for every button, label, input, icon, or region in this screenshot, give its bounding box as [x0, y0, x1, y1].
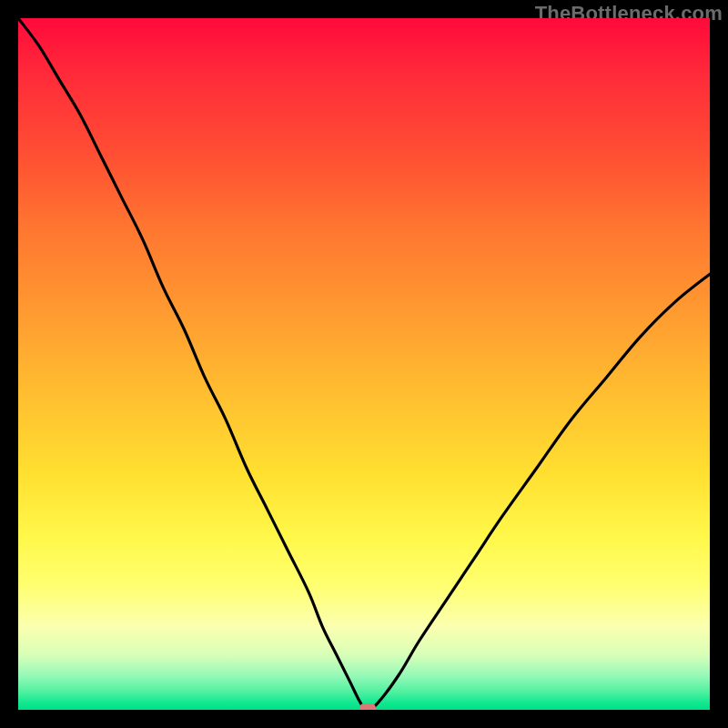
chart-frame: TheBottleneck.com [0, 0, 728, 728]
bottleneck-curve-path [18, 18, 710, 710]
min-marker [359, 703, 376, 710]
plot-area [18, 18, 710, 710]
bottleneck-curve-svg [18, 18, 710, 710]
